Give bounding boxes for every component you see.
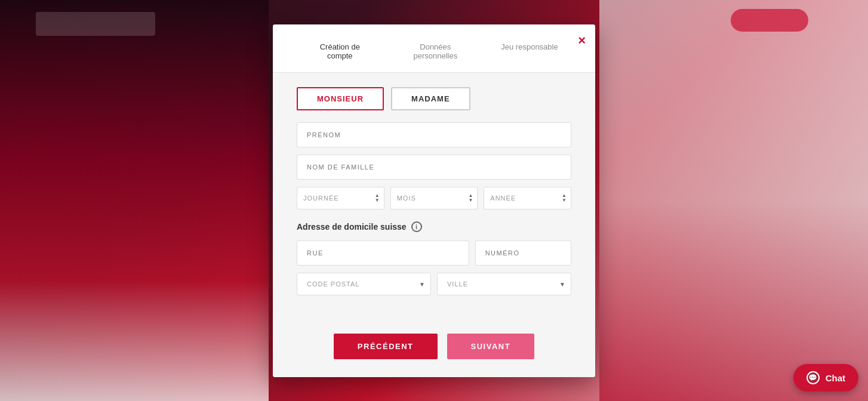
chat-button[interactable]: 💬 Chat — [793, 364, 858, 391]
mois-select[interactable]: MOIS — [390, 187, 478, 209]
gender-row: MONSIEUR MADAME — [297, 87, 571, 110]
precedent-button[interactable]: PRÉCÉDENT — [334, 334, 438, 359]
ville-wrapper: VILLE ▼ — [437, 273, 571, 295]
monsieur-button[interactable]: MONSIEUR — [297, 87, 384, 110]
step-jeu: Jeu responsable — [501, 42, 558, 60]
chat-label: Chat — [826, 373, 845, 383]
modal-overlay: × Création de compte Données personnelle… — [0, 0, 868, 401]
ville-select[interactable]: VILLE — [437, 273, 571, 295]
suivant-button[interactable]: SUIVANT — [447, 334, 535, 359]
address-row — [297, 240, 571, 266]
modal: × Création de compte Données personnelle… — [273, 24, 595, 377]
modal-footer: PRÉCÉDENT SUIVANT — [273, 322, 595, 377]
step-jeu-label: Jeu responsable — [501, 42, 558, 51]
postal-city-row: CODE POSTAL ▼ VILLE ▼ — [297, 273, 571, 295]
step-creation: Création de compte — [310, 42, 370, 60]
chat-icon: 💬 — [807, 371, 820, 384]
address-label-text: Adresse de domicile suisse — [297, 222, 407, 232]
code-postal-wrapper: CODE POSTAL ▼ — [297, 273, 431, 295]
nom-input[interactable] — [297, 155, 571, 180]
annee-wrapper: ANNÉE ▲ ▼ — [484, 187, 571, 209]
address-section-label: Adresse de domicile suisse i — [297, 221, 571, 232]
code-postal-select[interactable]: CODE POSTAL — [297, 273, 431, 295]
date-row: JOURNÉE ▲ ▼ MOIS ▲ ▼ — [297, 187, 571, 209]
numero-input[interactable] — [475, 240, 571, 266]
rue-input[interactable] — [297, 240, 469, 266]
prenom-input[interactable] — [297, 122, 571, 147]
madame-button[interactable]: MADAME — [391, 87, 470, 110]
info-icon[interactable]: i — [411, 221, 422, 232]
journee-select[interactable]: JOURNÉE — [297, 187, 384, 209]
step-donnees-label: Données personnelles — [405, 42, 465, 60]
step-creation-label: Création de compte — [310, 42, 370, 60]
journee-wrapper: JOURNÉE ▲ ▼ — [297, 187, 384, 209]
annee-select[interactable]: ANNÉE — [484, 187, 571, 209]
step-donnees: Données personnelles — [405, 42, 465, 60]
mois-wrapper: MOIS ▲ ▼ — [390, 187, 478, 209]
steps-header: Création de compte Données personnelles … — [273, 24, 595, 73]
close-button[interactable]: × — [578, 34, 586, 47]
modal-body: MONSIEUR MADAME JOURNÉE ▲ ▼ — [273, 73, 595, 322]
